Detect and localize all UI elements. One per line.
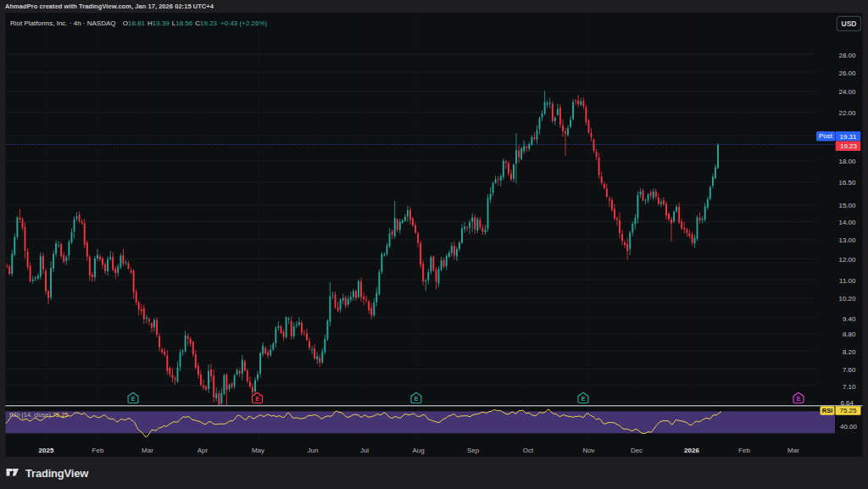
svg-text:8.20: 8.20: [843, 348, 856, 356]
svg-text:Feb: Feb: [738, 447, 750, 454]
svg-text:E: E: [797, 396, 801, 402]
svg-text:14.00: 14.00: [838, 219, 856, 226]
svg-text:40.00: 40.00: [840, 423, 858, 431]
svg-text:Nov: Nov: [582, 447, 594, 454]
svg-text:24.00: 24.00: [838, 88, 856, 96]
svg-text:E: E: [131, 396, 136, 402]
svg-text:Sep: Sep: [467, 447, 480, 454]
svg-text:RSI (14, close) 75.25: RSI (14, close) 75.25: [9, 411, 68, 419]
svg-text:Mar: Mar: [142, 447, 153, 454]
svg-text:10.20: 10.20: [838, 295, 856, 303]
svg-text:E: E: [581, 396, 586, 402]
svg-text:Jun: Jun: [308, 447, 319, 454]
svg-text:6.64: 6.64: [840, 399, 854, 407]
svg-text:Dec: Dec: [631, 447, 643, 454]
svg-text:Riot Platforms, Inc. · 4h · NA: Riot Platforms, Inc. · 4h · NASDAQ O18.8…: [10, 19, 268, 27]
svg-text:Feb: Feb: [92, 447, 104, 454]
svg-text:15.00: 15.00: [838, 202, 856, 209]
svg-text:Aug: Aug: [412, 447, 424, 454]
svg-text:E: E: [255, 396, 259, 402]
svg-text:22.00: 22.00: [838, 109, 856, 117]
svg-text:May: May: [252, 447, 264, 454]
svg-text:Apr: Apr: [198, 447, 209, 454]
svg-text:7.60: 7.60: [843, 366, 856, 374]
svg-text:Jul: Jul: [360, 447, 369, 454]
svg-text:9.40: 9.40: [843, 315, 856, 323]
svg-text:Post: Post: [819, 132, 833, 140]
svg-text:RSI: RSI: [822, 407, 833, 414]
svg-text:28.00: 28.00: [838, 52, 856, 59]
svg-text:75.25: 75.25: [839, 407, 857, 414]
svg-text:Mar: Mar: [787, 447, 799, 454]
svg-text:7.10: 7.10: [843, 383, 856, 391]
svg-text:19.23: 19.23: [840, 142, 858, 150]
svg-text:11.00: 11.00: [839, 277, 856, 285]
svg-text:E: E: [415, 396, 419, 402]
svg-text:2025: 2025: [39, 447, 54, 454]
svg-text:Oct: Oct: [523, 447, 534, 454]
svg-text:8.80: 8.80: [843, 331, 856, 338]
svg-text:2026: 2026: [684, 447, 699, 454]
svg-text:13.00: 13.00: [838, 236, 856, 244]
svg-text:19.31: 19.31: [839, 133, 857, 141]
svg-text:12.00: 12.00: [838, 256, 856, 264]
svg-text:18.00: 18.00: [838, 158, 856, 165]
svg-text:USD: USD: [842, 19, 857, 28]
svg-text:26.00: 26.00: [838, 69, 856, 77]
svg-text:16.50: 16.50: [838, 179, 856, 186]
